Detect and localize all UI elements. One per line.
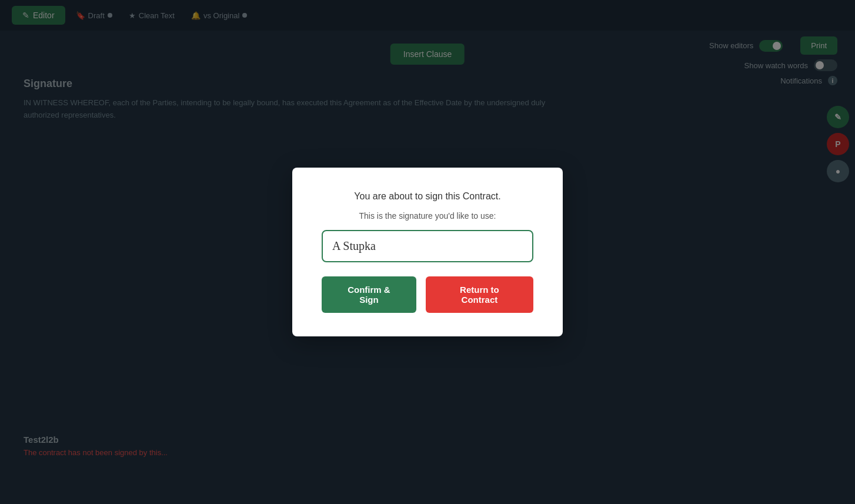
return-to-contract-label: Return to Contract bbox=[460, 285, 499, 305]
modal-overlay: You are about to sign this Contract. Thi… bbox=[0, 0, 855, 504]
modal-title: You are about to sign this Contract. bbox=[354, 191, 500, 202]
sign-confirmation-modal: You are about to sign this Contract. Thi… bbox=[292, 168, 563, 336]
modal-buttons: Confirm & Sign Return to Contract bbox=[322, 276, 533, 313]
signature-input[interactable] bbox=[322, 230, 533, 262]
return-to-contract-button[interactable]: Return to Contract bbox=[426, 276, 533, 313]
modal-subtitle: This is the signature you'd like to use: bbox=[359, 211, 496, 221]
confirm-sign-button[interactable]: Confirm & Sign bbox=[322, 276, 416, 313]
confirm-sign-label: Confirm & Sign bbox=[348, 285, 390, 305]
